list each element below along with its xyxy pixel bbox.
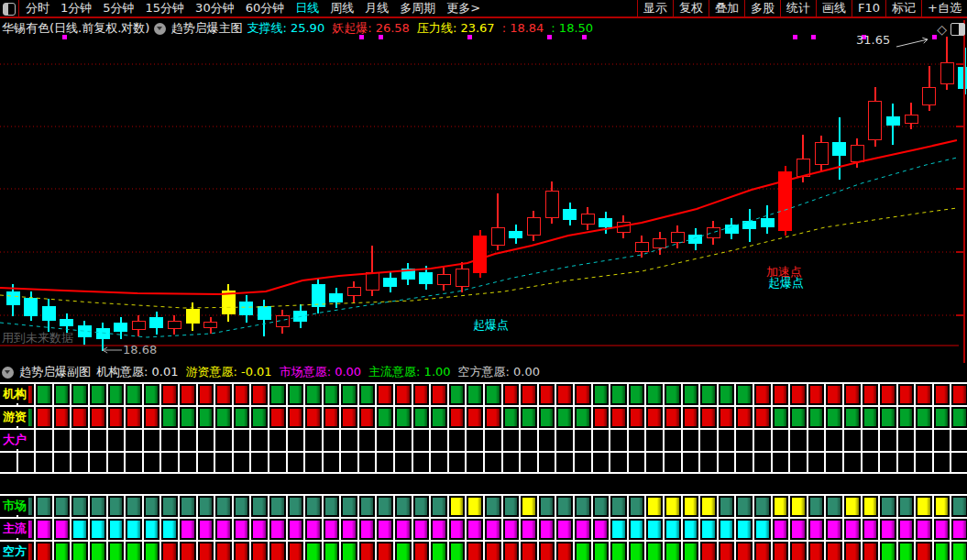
signal-cell	[180, 407, 198, 428]
signal-cell	[198, 519, 216, 540]
signal-block	[631, 386, 643, 403]
signal-cell	[539, 430, 557, 451]
signal-cell	[413, 384, 432, 405]
signal-block	[415, 498, 428, 515]
signal-block	[505, 498, 518, 515]
tool-item-统计[interactable]: 统计	[780, 0, 816, 16]
signal-cell	[485, 542, 503, 560]
tool-item-F10[interactable]: F10	[852, 0, 885, 16]
signal-cell	[288, 453, 306, 472]
tool-item-画线[interactable]: 画线	[816, 0, 852, 16]
tool-item-标记[interactable]: 标记	[885, 0, 921, 16]
signal-cell	[485, 496, 503, 517]
split-view-icon[interactable]	[951, 23, 965, 36]
signal-cell	[863, 407, 881, 428]
chevron-down-icon[interactable]	[154, 23, 166, 35]
signal-block	[666, 409, 679, 426]
tool-item-+自选[interactable]: +自选	[921, 0, 967, 16]
signal-block	[595, 386, 608, 403]
signal-cell	[324, 407, 342, 428]
signal-cell	[844, 384, 863, 405]
diamond-icon[interactable]: ◇	[937, 22, 947, 37]
signal-block	[73, 521, 86, 538]
signal-cell	[646, 496, 665, 517]
signal-cell	[610, 430, 629, 451]
stock-title[interactable]: 华锡有色(日线.前复权.对数)	[2, 20, 149, 37]
sub-indicator-name[interactable]: 趋势启爆副图	[19, 364, 91, 380]
signal-cell	[234, 519, 252, 540]
signal-cell	[449, 542, 467, 560]
signal-cell	[808, 453, 827, 472]
tool-item-显示[interactable]: 显示	[637, 0, 673, 16]
signal-cell	[36, 430, 54, 451]
signal-cell	[144, 430, 162, 451]
signal-cell	[593, 542, 611, 560]
period-item-更多>[interactable]: 更多>	[441, 0, 486, 16]
signal-block	[181, 521, 194, 538]
signal-block	[720, 498, 733, 515]
signal-cell	[161, 496, 180, 517]
signal-cell	[503, 496, 522, 517]
signal-block	[882, 521, 895, 538]
signal-cell	[126, 430, 144, 451]
chevron-down-icon[interactable]	[2, 367, 14, 379]
signal-cell	[556, 519, 575, 540]
period-item-多周期[interactable]: 多周期	[394, 0, 441, 16]
period-item-60分钟[interactable]: 60分钟	[240, 0, 291, 16]
signal-block	[918, 544, 930, 560]
signal-block	[236, 386, 248, 403]
signal-dot	[793, 35, 797, 39]
tool-item-复权[interactable]: 复权	[673, 0, 709, 16]
tool-item-多股[interactable]: 多股	[744, 0, 780, 16]
signal-block	[127, 409, 140, 426]
signal-cell	[431, 496, 449, 517]
signal-block	[541, 544, 554, 560]
period-item-5分钟[interactable]: 5分钟	[97, 0, 139, 16]
sub-chart-header: 趋势启爆副图 机构意愿: 0.01游资意愿: -0.01市场意愿: 0.00主流…	[2, 363, 553, 381]
period-item-月线[interactable]: 月线	[359, 0, 394, 16]
period-item-分时[interactable]: 分时	[20, 0, 55, 16]
signal-cell	[790, 496, 808, 517]
signal-block	[361, 409, 374, 426]
signal-cell	[431, 519, 449, 540]
signal-block	[307, 521, 320, 538]
signal-cell	[700, 519, 719, 540]
chart-label: 起爆点	[473, 317, 509, 334]
period-item-周线[interactable]: 周线	[324, 0, 359, 16]
indicator-panel[interactable]: 趋势启爆副图 机构意愿: 0.01游资意愿: -0.01市场意愿: 0.00主流…	[0, 363, 967, 560]
signal-cell	[683, 542, 701, 560]
signal-cell	[934, 407, 952, 428]
signal-block	[217, 386, 230, 403]
signal-block	[810, 544, 823, 560]
signal-cell	[556, 407, 575, 428]
signal-cell	[305, 496, 324, 517]
signal-cell	[773, 453, 791, 472]
signal-block	[181, 498, 194, 515]
signal-cell	[539, 453, 557, 472]
signal-block	[828, 521, 841, 538]
signal-cell	[808, 496, 827, 517]
signal-cell	[503, 430, 522, 451]
period-item-15分钟[interactable]: 15分钟	[140, 0, 191, 16]
signal-cell	[36, 519, 54, 540]
signal-block	[92, 498, 104, 515]
signal-cell	[449, 496, 467, 517]
signal-cell	[161, 430, 180, 451]
signal-cell	[431, 542, 449, 560]
period-item-30分钟[interactable]: 30分钟	[190, 0, 240, 16]
indicator-name[interactable]: 趋势启爆主图	[170, 20, 242, 37]
signal-block	[271, 498, 284, 515]
period-item-日线[interactable]: 日线	[290, 0, 324, 16]
signal-block	[468, 498, 481, 515]
signal-cell	[575, 519, 593, 540]
signal-cell	[539, 407, 557, 428]
signal-block	[792, 386, 805, 403]
signal-block	[648, 544, 661, 560]
window-layout-icon[interactable]	[3, 3, 16, 16]
signal-block	[253, 409, 266, 426]
tool-item-叠加[interactable]: 叠加	[709, 0, 744, 16]
signal-block	[38, 386, 50, 403]
signal-cell	[844, 453, 863, 472]
period-item-1分钟[interactable]: 1分钟	[55, 0, 97, 16]
signal-block	[271, 409, 284, 426]
